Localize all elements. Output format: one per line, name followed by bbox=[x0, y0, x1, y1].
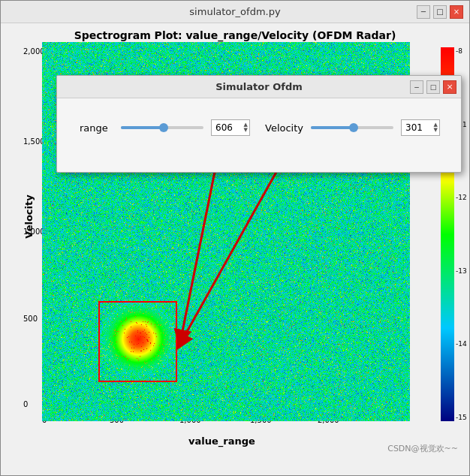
velocity-spin-down[interactable]: ▼ bbox=[434, 128, 438, 133]
bg-window-title: simulator_ofdm.py bbox=[189, 6, 280, 17]
dialog-title: Simulator Ofdm bbox=[215, 81, 303, 92]
velocity-control-group: Velocity 301 ▲ ▼ bbox=[265, 119, 440, 136]
x-axis-label: value_range bbox=[188, 435, 255, 447]
range-spinbox[interactable]: 606 ▲ ▼ bbox=[211, 119, 250, 136]
bg-minimize-button[interactable]: − bbox=[417, 5, 430, 19]
velocity-spinbox[interactable]: 301 ▲ ▼ bbox=[401, 119, 440, 136]
velocity-value: 301 bbox=[403, 122, 423, 133]
cb-tick-5: -14 bbox=[456, 340, 467, 348]
velocity-label: Velocity bbox=[265, 122, 303, 134]
simulator-ofdm-dialog: Simulator Ofdm − □ × range 606 ▲ ▼ Ve bbox=[56, 75, 462, 173]
range-spin-down[interactable]: ▼ bbox=[244, 128, 248, 133]
cb-tick-3: -12 bbox=[456, 194, 467, 201]
cb-tick-4: -13 bbox=[456, 267, 467, 275]
bg-titlebar: simulator_ofdm.py − □ × bbox=[1, 1, 469, 23]
watermark: CSDN@视觉欢~~ bbox=[387, 443, 458, 454]
range-value: 606 bbox=[213, 122, 233, 133]
cb-tick-1: -8 bbox=[456, 47, 467, 55]
dialog-maximize-button[interactable]: □ bbox=[426, 80, 440, 94]
range-slider[interactable] bbox=[121, 126, 203, 129]
range-control-group: range 606 ▲ ▼ bbox=[80, 119, 250, 136]
dialog-titlebar: Simulator Ofdm − □ × bbox=[57, 76, 461, 98]
ytick-0: 0 bbox=[23, 400, 28, 408]
velocity-slider[interactable] bbox=[311, 126, 393, 129]
cb-tick-6: -15 bbox=[456, 414, 467, 421]
dialog-window-controls: − □ × bbox=[410, 80, 456, 94]
range-spinbox-arrows[interactable]: ▲ ▼ bbox=[244, 120, 248, 135]
range-label: range bbox=[80, 122, 113, 134]
background-window: simulator_ofdm.py − □ × Spectrogram Plot… bbox=[0, 0, 470, 476]
dialog-close-button[interactable]: × bbox=[443, 80, 456, 94]
dialog-content: range 606 ▲ ▼ Velocity 301 bbox=[57, 98, 461, 157]
dialog-minimize-button[interactable]: − bbox=[410, 80, 423, 94]
bg-window-controls: − □ × bbox=[417, 5, 463, 19]
plot-title: Spectrogram Plot: value_range/Velocity (… bbox=[1, 23, 469, 44]
bg-close-button[interactable]: × bbox=[450, 5, 463, 19]
bg-maximize-button[interactable]: □ bbox=[433, 5, 447, 19]
velocity-spinbox-arrows[interactable]: ▲ ▼ bbox=[434, 120, 438, 135]
ytick-500: 500 bbox=[23, 315, 38, 323]
